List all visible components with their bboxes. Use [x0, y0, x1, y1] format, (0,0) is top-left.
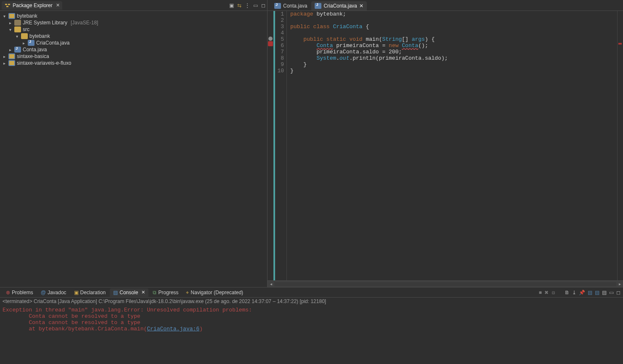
- open-console-icon[interactable]: ▤: [595, 290, 599, 295]
- line-number-gutter: 1 2 3 4 5 6 7 8 9 10: [273, 11, 287, 280]
- progress-icon: ⧉: [153, 290, 156, 295]
- maximize-icon[interactable]: ◻: [261, 3, 265, 8]
- tree-label: bytebank: [29, 33, 50, 39]
- console-line: Exception in thread "main" java.lang.Err…: [3, 307, 620, 313]
- svg-rect-2: [6, 6, 8, 7]
- tab-label: Progress: [158, 290, 178, 295]
- tree-label: Conta.java: [23, 47, 47, 53]
- line-number: 9: [275, 61, 284, 68]
- tab-progress[interactable]: ⧉ Progress: [149, 288, 182, 297]
- console-line: Conta cannot be resolved to a type: [3, 313, 620, 319]
- maximize-icon[interactable]: ◻: [616, 290, 620, 295]
- tab-label: Console: [119, 290, 138, 295]
- java-file-icon: [315, 3, 321, 9]
- tab-javadoc[interactable]: @ Javadoc: [37, 288, 70, 297]
- tab-console[interactable]: ▤ Console ✕: [110, 288, 148, 297]
- chevron-right-icon[interactable]: ▸: [2, 61, 7, 66]
- bottom-panel: ⊗ Problems @ Javadoc ▣ Declaration ▤ Con…: [0, 287, 623, 364]
- source-folder-icon: [14, 26, 21, 32]
- marker-bar: [268, 11, 273, 280]
- error-marker-icon[interactable]: [268, 41, 273, 46]
- console-output[interactable]: Exception in thread "main" java.lang.Err…: [0, 305, 623, 364]
- package-explorer-icon: [4, 3, 11, 8]
- terminate-icon[interactable]: ■: [539, 290, 542, 295]
- tree-node-src[interactable]: ▾ src: [0, 26, 267, 33]
- code-editor[interactable]: 1 2 3 4 5 6 7 8 9 10 package bytebank; p…: [268, 11, 623, 280]
- tree-node-package[interactable]: ▾ bytebank: [0, 33, 267, 40]
- library-icon: [14, 20, 21, 26]
- tree-label: src: [23, 26, 29, 32]
- project-icon: [8, 60, 15, 66]
- close-icon[interactable]: ✕: [359, 3, 363, 9]
- tree-node-project-bytebank[interactable]: ▾ bytebank: [0, 13, 267, 19]
- chevron-down-icon[interactable]: ▾: [2, 14, 7, 18]
- package-icon: [21, 33, 28, 39]
- scroll-right-icon[interactable]: ▸: [616, 282, 623, 286]
- remove-launch-icon[interactable]: ✖: [544, 290, 549, 295]
- package-explorer-tab[interactable]: Package Explorer ✕: [2, 1, 62, 10]
- tree-node-file-conta[interactable]: ▸ Conta.java: [0, 46, 267, 53]
- minimize-icon[interactable]: ▭: [253, 3, 258, 8]
- stacktrace-link[interactable]: CriaConta.java:6: [147, 326, 199, 332]
- error-tick-icon[interactable]: [618, 43, 622, 45]
- overview-ruler[interactable]: [617, 11, 623, 280]
- package-explorer-toolbar: ▣ ⇆ ⋮ ▭ ◻: [229, 3, 265, 8]
- new-console-icon[interactable]: ▤: [602, 290, 607, 295]
- code-area[interactable]: package bytebank; public class CriaConta…: [287, 11, 617, 280]
- scroll-left-icon[interactable]: ◂: [268, 282, 274, 286]
- remove-all-icon[interactable]: ⦻: [551, 290, 556, 295]
- pin-console-icon[interactable]: 📌: [579, 290, 585, 295]
- chevron-right-icon[interactable]: ▸: [21, 41, 26, 45]
- chevron-down-icon[interactable]: ▾: [8, 27, 13, 32]
- chevron-right-icon[interactable]: ▸: [8, 21, 13, 25]
- tab-label: Problems: [12, 290, 33, 295]
- display-console-icon[interactable]: ▤: [588, 290, 592, 295]
- clear-console-icon[interactable]: 🗎: [565, 290, 570, 295]
- console-toolbar: ■ ✖ ⦻ 🗎 ⤓ 📌 ▤ ▤ ▤ ▭ ◻: [539, 290, 620, 295]
- view-menu-icon[interactable]: ⋮: [245, 3, 250, 8]
- tree-node-jre[interactable]: ▸ JRE System Library [JavaSE-18]: [0, 19, 267, 26]
- tab-label: Navigator (Deprecated): [191, 290, 243, 295]
- project-icon: [8, 13, 15, 19]
- tree-label-extra: [JavaSE-18]: [71, 20, 98, 26]
- tab-problems[interactable]: ⊗ Problems: [3, 288, 37, 297]
- tab-label: Javadoc: [48, 290, 66, 295]
- console-text: at bytebank/bytebank.CriaConta.main(: [3, 326, 147, 332]
- link-editor-icon[interactable]: ⇆: [237, 3, 241, 8]
- chevron-right-icon[interactable]: ▸: [2, 54, 7, 59]
- close-icon[interactable]: ✕: [141, 290, 145, 295]
- editor-tab-criaconta[interactable]: CriaConta.java ✕: [311, 1, 366, 11]
- console-line: at bytebank/bytebank.CriaConta.main(Cria…: [3, 326, 620, 332]
- minimize-icon[interactable]: ▭: [609, 290, 614, 295]
- svg-rect-1: [8, 4, 10, 5]
- tab-label: Declaration: [80, 290, 106, 295]
- scroll-track[interactable]: [274, 282, 616, 286]
- tree-node-file-criaconta[interactable]: ▸ CriaConta.java: [0, 40, 267, 46]
- tree-node-project-sintaxe-variaveis[interactable]: ▸ sintaxe-variaveis-e-fluxo: [0, 60, 267, 66]
- tree-label: JRE System Library: [23, 20, 67, 26]
- line-number: 1: [275, 11, 284, 17]
- horizontal-scrollbar[interactable]: ◂ ▸: [268, 280, 623, 287]
- tab-navigator[interactable]: ⌖ Navigator (Deprecated): [183, 288, 247, 297]
- editor-tab-label: CriaConta.java: [323, 3, 357, 9]
- close-icon[interactable]: ✕: [56, 3, 60, 8]
- console-icon: ▤: [113, 290, 118, 295]
- collapse-all-icon[interactable]: ▣: [229, 3, 234, 8]
- declaration-icon: ▣: [74, 290, 79, 295]
- console-line: Conta cannot be resolved to a type: [3, 319, 620, 326]
- tree-node-project-sintaxe-basica[interactable]: ▸ sintaxe-basica: [0, 53, 267, 60]
- run-marker-icon: [268, 37, 273, 41]
- line-number: 8: [275, 55, 284, 61]
- tree-label: bytebank: [17, 13, 37, 19]
- javadoc-icon: @: [41, 290, 46, 295]
- package-explorer-tree[interactable]: ▾ bytebank ▸ JRE System Library [JavaSE-…: [0, 11, 267, 287]
- editor-tabbar: Conta.java CriaConta.java ✕: [268, 0, 623, 11]
- chevron-right-icon[interactable]: ▸: [8, 47, 13, 52]
- svg-rect-0: [5, 4, 7, 5]
- editor-tab-conta[interactable]: Conta.java: [271, 1, 310, 11]
- scroll-lock-icon[interactable]: ⤓: [572, 290, 576, 295]
- line-number: 10: [275, 68, 284, 74]
- navigator-icon: ⌖: [186, 290, 189, 295]
- tab-declaration[interactable]: ▣ Declaration: [71, 288, 109, 297]
- chevron-down-icon[interactable]: ▾: [14, 34, 19, 39]
